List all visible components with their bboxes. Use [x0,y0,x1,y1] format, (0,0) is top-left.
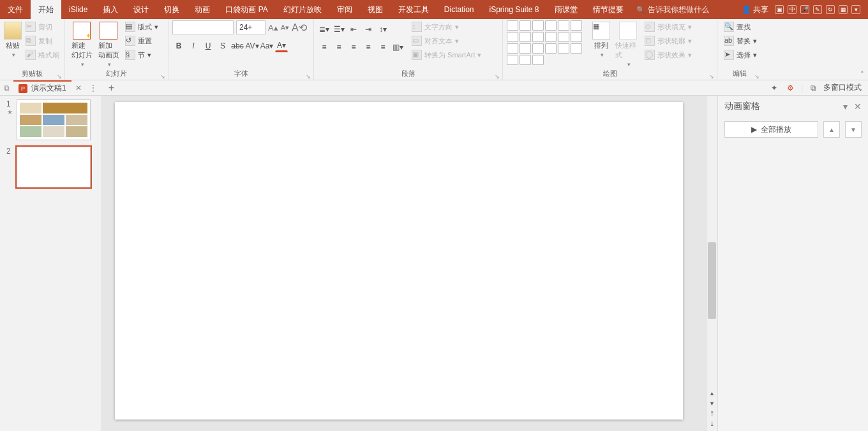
shadow-button[interactable]: S [216,40,229,52]
clear-format-icon[interactable]: A⟲ [292,22,307,34]
align-text-icon: ▭ [412,36,422,46]
tab-review[interactable]: 审阅 [329,0,360,19]
change-case-button[interactable]: Aa ▾ [260,40,273,52]
doc-tab[interactable]: P 演示文稿1 [13,80,71,95]
tab-design[interactable]: 设计 [126,0,156,19]
text-direction-button[interactable]: ↕文字方向 ▾ [409,20,484,33]
shape-fill-button[interactable]: ◇形状填充 ▾ [642,20,694,33]
indent-dec-button[interactable]: ⇤ [347,23,360,36]
bullets-button[interactable]: ≣▾ [318,23,331,36]
format-painter-button[interactable]: 🖌格式刷 [23,48,62,61]
tab-dev[interactable]: 开发工具 [391,0,437,19]
tellme-search[interactable]: 告诉我你想做什么 [636,0,709,19]
brush-icon: 🖌 [26,50,36,60]
replace-button[interactable]: ab替换 ▾ [721,34,760,47]
share-button[interactable]: 👤 共享 [742,4,768,15]
pane-options-button[interactable]: ▾ [843,101,848,112]
doc-title: 演示文稿1 [31,83,66,94]
tab-slideshow[interactable]: 幻灯片放映 [276,0,329,19]
font-family-combo[interactable] [172,20,234,34]
multiwindow-label[interactable]: 多窗口模式 [823,82,862,93]
arrange-button[interactable]: ▦ 排列 [588,20,614,58]
move-down-button[interactable]: ▼ [845,121,862,138]
tab-view[interactable]: 视图 [360,0,391,19]
columns-button[interactable]: ▥▾ [391,41,404,54]
tab-file[interactable]: 文件 [0,0,31,19]
font-color-button[interactable]: A ▾ [275,40,288,52]
vertical-scrollbar[interactable]: ▲ ▼ ⤒ ⤓ [706,96,717,431]
cut-button[interactable]: ✂剪切 [23,20,62,33]
justify-button[interactable]: ≡ [362,41,375,54]
tool-ext1-icon[interactable]: ✦ [768,82,781,94]
bold-button[interactable]: B [172,40,185,52]
tab-dictation[interactable]: Dictation [437,0,482,19]
smartart-button[interactable]: ▣转换为 SmartArt ▾ [409,48,484,61]
paste-button[interactable]: 粘贴 [4,20,22,58]
move-up-button[interactable]: ▲ [823,121,840,138]
char-spacing-button[interactable]: AV▾ [246,40,258,52]
restore-windows-icon[interactable]: ⧉ [0,84,13,92]
decrease-font-icon[interactable]: A▾ [281,24,289,32]
tool-ext2-icon[interactable]: ⚙ [784,82,797,94]
italic-button[interactable]: I [187,40,200,52]
animation-indicator-icon: ★ [7,108,13,115]
tab-rain[interactable]: 雨课堂 [547,0,585,19]
tab-menu-button[interactable]: ⋮ [86,84,101,92]
shape-outline-button[interactable]: ◻形状轮廓 ▾ [642,34,694,47]
scroll-down-icon[interactable]: ▼ [707,400,717,411]
find-button[interactable]: 🔍查找 [721,20,760,33]
next-slide-icon[interactable]: ⤓ [707,421,717,431]
tab-pocket-anim[interactable]: 口袋动画 PA [218,0,275,19]
scroll-up-icon[interactable]: ▲ [707,390,717,400]
tab-start[interactable]: 开始 [31,0,61,19]
increase-font-icon[interactable]: A▴ [268,23,278,33]
tab-transition[interactable]: 切换 [156,0,187,19]
shapes-gallery[interactable] [507,20,587,65]
shape-effects-button[interactable]: ◯形状效果 ▾ [642,48,694,61]
collapse-ribbon-button[interactable]: ˄ [860,70,864,78]
align-text-button[interactable]: ▭对齐文本 ▾ [409,34,484,47]
tab-insert[interactable]: 插入 [95,0,126,19]
smartart-icon: ▣ [412,50,422,60]
distribute-button[interactable]: ≡ [377,41,389,54]
thumb-slide-1[interactable]: 1 ★ [6,99,95,140]
group-clipboard-label: 剪贴板 [4,69,61,80]
find-icon: 🔍 [724,22,734,32]
underline-button[interactable]: U [202,40,214,52]
align-right-button[interactable]: ≡ [347,41,360,54]
copy-button[interactable]: ⧉复制 [23,34,62,47]
tab-animation[interactable]: 动画 [187,0,218,19]
reset-icon: ↺ [125,36,135,46]
powerpoint-icon: P [19,84,27,93]
close-tab-button[interactable]: ✕ [71,84,86,92]
fill-icon: ◇ [645,22,655,32]
font-size-combo[interactable] [236,20,266,34]
reset-button[interactable]: ↺重置 [123,34,161,47]
tab-ispring[interactable]: iSpring Suite 8 [482,0,547,19]
line-spacing-button[interactable]: ↕▾ [377,23,389,36]
new-slide-button[interactable]: ✦ 新建 幻灯片 [69,20,94,68]
strike-button[interactable]: abc [231,40,244,52]
quick-style-button[interactable]: 快速样式 [615,20,641,68]
prev-slide-icon[interactable]: ⤒ [707,411,717,421]
thumb-slide-2[interactable]: 2 [6,147,95,187]
quick-style-icon [619,22,637,40]
align-center-button[interactable]: ≡ [333,41,345,54]
align-left-button[interactable]: ≡ [318,41,331,54]
play-all-button[interactable]: ▶ 全部播放 [724,121,818,138]
section-button[interactable]: §节 ▾ [123,48,161,61]
effects-icon: ◯ [645,50,655,60]
indent-inc-button[interactable]: ⇥ [362,23,375,36]
new-anim-icon [100,22,117,40]
new-tab-button[interactable]: + [105,82,118,94]
slide-canvas[interactable] [115,102,683,420]
select-button[interactable]: ➤选择 ▾ [721,48,760,61]
scrollbar-thumb[interactable] [708,242,716,319]
new-anim-page-button[interactable]: 新加 动画页 [96,20,121,68]
numbering-button[interactable]: ☰▾ [333,23,345,36]
tab-islide[interactable]: iSlide [61,0,95,19]
close-pane-button[interactable]: ✕ [854,101,862,112]
multiwindow-icon[interactable]: ⧉ [807,82,819,94]
tab-plot[interactable]: 情节提要 [585,0,631,19]
layout-button[interactable]: ▤版式 ▾ [123,20,161,33]
